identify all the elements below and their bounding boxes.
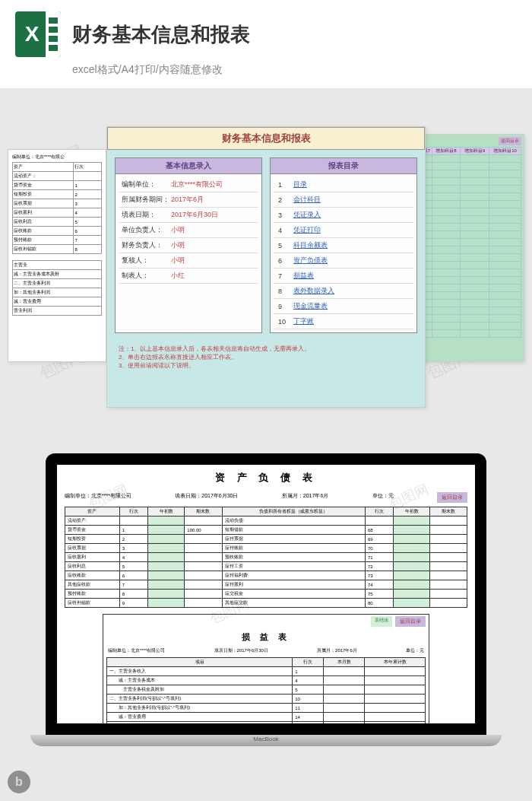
- toc-row[interactable]: 7损益表: [274, 269, 413, 284]
- table-row: 应收账款6应付福利费73: [65, 571, 467, 580]
- col-header: 资产: [13, 163, 74, 172]
- toc-link[interactable]: 会计科目: [293, 195, 321, 205]
- laptop-area: 包图网 包图网 包图网 资 产 负 债 表 编制单位：北京****有限公司 填表…: [0, 438, 532, 801]
- table-row: 应收补贴款9其他应交款80: [65, 599, 467, 608]
- laptop-base: [30, 735, 502, 746]
- toc-row[interactable]: 5科目余额表: [274, 238, 413, 253]
- excel-icon: X: [15, 11, 61, 57]
- toc-num: 6: [278, 257, 293, 265]
- info-label: 填表日期：: [122, 210, 171, 220]
- col-header: 本月数: [324, 658, 365, 667]
- toc-num: 1: [278, 181, 293, 189]
- panel-header: 报表目录: [271, 158, 416, 174]
- col-header: 增加科目10: [489, 148, 521, 155]
- toc-num: 4: [278, 227, 293, 234]
- toc-link[interactable]: 资产负债表: [293, 256, 328, 265]
- toc-num: 3: [278, 211, 293, 219]
- table-row: 其他应收款7应付股利74: [65, 580, 467, 590]
- table-row: 减：营业费用14: [107, 713, 426, 722]
- table-row: 二、主营业务利润(亏损以"-"号填列)10: [107, 695, 426, 704]
- col-header: 行次: [74, 163, 102, 172]
- toc-row[interactable]: 2会计科目: [274, 192, 413, 208]
- cell: 营业利润: [13, 307, 102, 316]
- toc-row[interactable]: 6资产负债表: [274, 253, 413, 269]
- info-value: 北京****有限公司: [171, 180, 223, 189]
- bg-sheet-right: 返回目录 日7增加科目8增加科目9增加科目10: [418, 134, 524, 362]
- info-row: 编制单位：北京****有限公司: [119, 177, 258, 192]
- col-header: 增加科目9: [461, 148, 489, 155]
- table-row: 一、主营业务收入1: [107, 667, 426, 676]
- cell: 流动资产：: [13, 172, 74, 181]
- toc-link[interactable]: 凭证录入: [293, 210, 321, 220]
- return-button[interactable]: 返回目录: [499, 137, 521, 145]
- toc-link[interactable]: 现金流量表: [293, 301, 328, 311]
- panel-header: 基本信息录入: [116, 158, 261, 174]
- info-value: 小明: [171, 225, 185, 235]
- toc-link[interactable]: 凭证打印: [293, 225, 321, 235]
- meta-date: 填表日期：2017年6月30日: [175, 492, 238, 503]
- toc-row[interactable]: 1目录: [274, 177, 413, 192]
- col-header: 行次: [119, 507, 147, 517]
- info-value: 2017年6月30日: [171, 210, 218, 220]
- toc-num: 5: [278, 242, 293, 250]
- toc-row[interactable]: 10丁字账: [274, 314, 413, 329]
- info-row: 填表日期：2017年6月30日: [119, 208, 258, 223]
- return-button[interactable]: 返回目录: [437, 492, 467, 503]
- col-header: 负债和所有者权益（或股东权益）: [222, 507, 365, 517]
- notes: 注：1、以上基本信息录入后，各表相关信息将自动生成，无需再录入。 2、单击右边报…: [107, 341, 425, 374]
- info-row: 所属财务期间：2017年6月: [119, 192, 258, 208]
- toc-num: 8: [278, 288, 293, 295]
- table-row: 减：主营业务成本4: [107, 676, 426, 685]
- col-header: 年初数: [393, 507, 430, 517]
- toc-link[interactable]: 损益表: [293, 271, 314, 281]
- info-value: 小明: [171, 240, 185, 250]
- return-button[interactable]: 返回目录: [395, 616, 426, 627]
- toc-num: 10: [278, 318, 293, 326]
- laptop-frame: 包图网 包图网 包图网 资 产 负 债 表 编制单位：北京****有限公司 填表…: [46, 453, 486, 746]
- toc-link[interactable]: 科目余额表: [293, 240, 328, 250]
- meta-period: 所属月：2017年6月: [282, 492, 328, 503]
- toc-row[interactable]: 9现金流量表: [274, 299, 413, 314]
- basic-info-panel: 基本信息录入 编制单位：北京****有限公司所属财务期间：2017年6月填表日期…: [115, 157, 262, 333]
- col-header: 行次: [365, 507, 393, 517]
- toc-row[interactable]: 3凭证录入: [274, 208, 413, 223]
- table-row: 货币资金1100.00短期借款68: [65, 526, 467, 535]
- toc-num: 2: [278, 196, 293, 204]
- page-header: X 财务基本信息和报表: [0, 0, 532, 61]
- toc-num: 9: [278, 303, 293, 310]
- cell: 货币资金: [13, 181, 74, 190]
- info-value: 小明: [171, 256, 185, 265]
- balance-sheet-meta: 编制单位：北京****有限公司 填表日期：2017年6月30日 所属月：2017…: [57, 491, 475, 504]
- info-value: 2017年6月: [171, 195, 204, 205]
- profit-loss-section: 表结法 返回目录 损 益 表 编制单位：北京****有限公司 填表日期：2017…: [103, 614, 429, 723]
- table-row: 短期投资2应付票据69: [65, 535, 467, 544]
- col-header: 项目: [107, 658, 293, 667]
- cell: 主营业: [13, 261, 102, 270]
- meta-unit: 编制单位：北京****有限公司: [108, 647, 165, 654]
- col-header: 年初数: [147, 507, 185, 517]
- meta-currency: 单位：元: [372, 492, 394, 503]
- cell: 减：营业费用: [13, 297, 102, 307]
- toc-row[interactable]: 4凭证打印: [274, 223, 413, 238]
- table-row: 加：其他业务利润(亏损以"-"号填列)11: [107, 704, 426, 713]
- meta-period: 所属月：2017年6月: [317, 647, 357, 654]
- cell: 应收股利: [13, 208, 74, 218]
- col-header: 资产: [65, 507, 120, 517]
- page-title: 财务基本信息和报表: [72, 21, 250, 48]
- cell: 预付账款: [13, 236, 74, 245]
- preview-area: 包图网 包图网 包图网 包图网 包图网 包图网 编制单位：北京****有限公 资…: [0, 88, 532, 438]
- toc-link[interactable]: 表外数据录入: [293, 286, 334, 296]
- sheet-title: 财务基本信息和报表: [107, 127, 425, 150]
- bg-sheet-left: 编制单位：北京****有限公 资产行次 流动资产： 货币资金1 短期投资2 应收…: [8, 149, 106, 362]
- toc-link[interactable]: 目录: [293, 180, 307, 189]
- value: 北京****有限公: [35, 154, 65, 159]
- toc-link[interactable]: 丁字账: [293, 316, 314, 326]
- cell: 二、主营业务利润: [13, 279, 102, 288]
- toc-row[interactable]: 8表外数据录入: [274, 284, 413, 299]
- table-row: 流动资产:流动负债:: [65, 517, 467, 526]
- page-subtitle: excel格式/A4打印/内容随意修改: [0, 61, 532, 88]
- info-row: 复核人：小明: [119, 253, 258, 269]
- toc-panel: 报表目录 1目录2会计科目3凭证录入4凭证打印5科目余额表6资产负债表7损益表8…: [270, 157, 417, 333]
- freeze-button[interactable]: 表结法: [371, 616, 392, 627]
- balance-sheet-title: 资 产 负 债 表: [57, 465, 475, 491]
